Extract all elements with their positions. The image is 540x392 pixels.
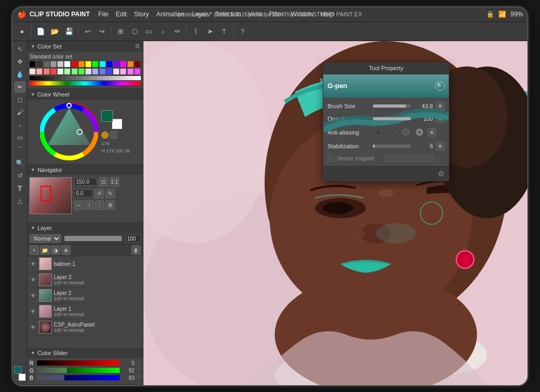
zoom-100[interactable]: 1:1 — [110, 177, 119, 187]
layer-vis-1[interactable]: 👁 — [30, 308, 37, 315]
nav-flip-v[interactable]: ↕ — [84, 200, 94, 210]
color-model-hsv[interactable] — [101, 131, 109, 139]
tool-shapes[interactable]: △ — [14, 195, 26, 207]
toolbar-arrow[interactable]: ➤ — [204, 25, 216, 37]
r-arrow[interactable]: ⌃ — [137, 360, 141, 366]
rotate-left[interactable]: ↺ — [94, 189, 104, 198]
b-value: 83 — [122, 375, 134, 381]
tool-select[interactable]: ▭ — [14, 132, 26, 144]
nav-flip-h[interactable]: ↔ — [74, 200, 83, 210]
blend-mode-select[interactable]: Normal — [30, 234, 61, 243]
tool-fill[interactable]: ⬦ — [14, 119, 26, 131]
menu-file[interactable]: File — [95, 9, 111, 19]
toolbar-csp-logo[interactable]: ● — [16, 25, 28, 37]
layer-item[interactable]: 👁 balloon 1 — [27, 256, 143, 272]
color-model-rgb[interactable] — [110, 131, 117, 139]
b-arrow[interactable]: ⌃ — [137, 375, 141, 380]
toolbar-sep-1 — [31, 26, 32, 36]
toolbar-help[interactable]: ? — [236, 25, 249, 37]
toolbar-text[interactable]: T — [218, 25, 230, 37]
color-wheel[interactable] — [40, 103, 98, 161]
navigator-thumbnail[interactable] — [30, 177, 72, 214]
g-label: G — [30, 368, 35, 374]
toolbar-save[interactable]: 💾 — [63, 25, 75, 37]
apple-menu[interactable]: 🍎 — [17, 9, 26, 19]
brush-size-slider[interactable] — [373, 104, 411, 108]
layer-vis-csp[interactable]: 👁 — [30, 323, 37, 331]
tool-text[interactable]: T — [14, 183, 26, 194]
r-slider[interactable] — [37, 360, 120, 366]
color-wheel-collapse-icon[interactable]: ▼ — [31, 92, 35, 97]
toolbar-fill[interactable]: ⬦ — [157, 25, 169, 37]
pos-x-input[interactable] — [74, 189, 93, 197]
h-num: 174 — [106, 148, 114, 154]
navigator-section: ▼ Navigator ⊡ 1:1 — [27, 165, 143, 223]
s-num: 100 — [115, 148, 123, 154]
layer-vis-3[interactable]: 👁 — [30, 276, 37, 283]
seg-1[interactable] — [384, 155, 396, 162]
toolbar-sep-4 — [186, 26, 187, 36]
tool-rotate[interactable]: ↺ — [14, 170, 26, 181]
tool-brush[interactable]: 🖌 — [14, 107, 26, 118]
delete-layer-btn[interactable]: 🗑 — [131, 245, 141, 255]
tp-search-icon[interactable]: 🔍 — [435, 81, 445, 91]
color-set-options-icon[interactable]: ☰ — [135, 43, 140, 49]
toolbar-line[interactable]: ⌇ — [189, 25, 202, 37]
layer-item-3[interactable]: 👁 Layer 3 100 % Normal — [27, 272, 143, 288]
navigator-collapse-icon[interactable]: ▼ — [31, 167, 35, 173]
tool-move[interactable]: ✥ — [14, 56, 26, 68]
tool-eyedrop[interactable]: 💧 — [14, 69, 26, 80]
tool-pen[interactable]: ✒ — [14, 81, 26, 93]
seg-3[interactable] — [410, 155, 421, 162]
tool-eraser[interactable]: ◻ — [14, 94, 26, 106]
seg-2[interactable] — [397, 155, 409, 162]
tool-cursor[interactable]: ↖ — [14, 43, 26, 55]
layer-merge-btn[interactable]: ⊕ — [61, 245, 71, 255]
layer-info-csp: CSP_AstroPastel 100 % Normal — [54, 322, 141, 333]
toolbar-pen[interactable]: ✏ — [171, 25, 184, 37]
toolbar-redo[interactable]: ↪ — [95, 25, 108, 37]
color-set-section: ▼ Color Set ☰ Standard color set — [27, 41, 143, 89]
layer-item-1[interactable]: 👁 Layer 1 100 % Normal — [27, 304, 143, 320]
layer-vis-balloon[interactable]: 👁 — [30, 260, 37, 267]
left-tools: ↖ ✥ 💧 ✒ ◻ 🖌 ⬦ ▭ ⌒ 🔍 ↺ T △ — [13, 41, 27, 385]
g-arrow[interactable]: ⌃ — [137, 368, 141, 373]
color-slider-collapse-icon[interactable]: ▼ — [31, 350, 35, 356]
vector-checkbox[interactable] — [327, 155, 334, 161]
b-slider[interactable] — [37, 375, 120, 380]
seg-4[interactable] — [422, 155, 434, 162]
new-folder-btn[interactable]: 📁 — [40, 245, 50, 255]
layer-panel: ▼ Layer Normal + 📁 ◑ ⊕ — [27, 223, 143, 348]
nav-grid[interactable]: ⊞ — [105, 200, 115, 210]
toolbar-new[interactable]: 📄 — [34, 25, 47, 37]
layer-item-2[interactable]: 👁 Layer 2 100 % Normal — [27, 288, 143, 304]
stabilization-slider[interactable] — [373, 145, 411, 148]
layer-thumb-2 — [39, 289, 52, 302]
canvas-area[interactable]: Tool Property G-pen 🔍 Brush Size — [143, 41, 527, 385]
nav-mirror[interactable]: ⋮ — [95, 200, 104, 210]
opacity-slider[interactable] — [373, 117, 411, 120]
layer-mask-btn[interactable]: ◑ — [51, 245, 60, 255]
tool-zoom[interactable]: 🔍 — [14, 157, 26, 169]
new-layer-btn[interactable]: + — [30, 245, 39, 255]
toolbar-transform[interactable]: ⬡ — [128, 25, 141, 37]
toolbar-undo[interactable]: ↩ — [81, 25, 94, 37]
zoom-fit[interactable]: ⊡ — [99, 177, 108, 187]
layer-item-csp[interactable]: 👁 CSP_AstroPastel 100 % Normal — [27, 320, 143, 336]
color-set-collapse-icon[interactable]: ▼ — [31, 44, 35, 49]
toolbar-sep-5 — [233, 26, 234, 36]
menu-edit[interactable]: Edit — [113, 9, 130, 19]
rotate-right[interactable]: ↻ — [105, 189, 115, 198]
toolbar-select-rect[interactable]: ▭ — [142, 25, 155, 37]
color-set-title: Color Set — [37, 43, 133, 50]
layer-collapse-icon[interactable]: ▼ — [31, 225, 35, 231]
opacity-input[interactable] — [125, 234, 141, 243]
toolbar-open[interactable]: 📂 — [49, 25, 61, 37]
menu-story[interactable]: Story — [131, 9, 152, 19]
toolbar-grid[interactable]: ⊞ — [114, 25, 127, 37]
zoom-input[interactable] — [74, 178, 97, 186]
layer-vis-2[interactable]: 👁 — [30, 292, 37, 299]
g-slider[interactable] — [37, 368, 120, 373]
tool-lasso[interactable]: ⌒ — [14, 145, 26, 156]
foreground-color[interactable] — [101, 110, 113, 122]
